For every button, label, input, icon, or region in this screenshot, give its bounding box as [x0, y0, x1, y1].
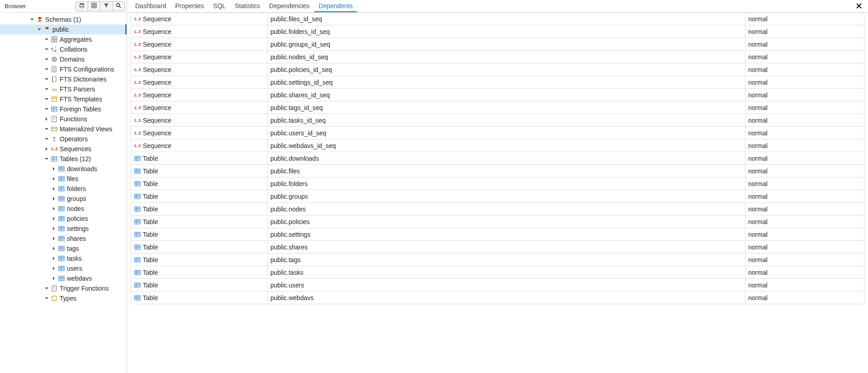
- tree-item[interactable]: settings: [0, 224, 127, 234]
- view-data-button[interactable]: [88, 1, 100, 11]
- table-row[interactable]: 1..3Sequencepublic.tasks_id_seqnormal: [131, 114, 864, 127]
- query-tool-button[interactable]: [75, 1, 88, 11]
- tree-item[interactable]: Materialized Views: [0, 124, 127, 134]
- chevron-down-icon[interactable]: [43, 126, 50, 132]
- table-row[interactable]: Tablepublic.sharesnormal: [131, 241, 864, 253]
- tree-item[interactable]: FTS Templates: [0, 94, 127, 104]
- tree-item[interactable]: Trigger Functions: [0, 283, 127, 293]
- name-label: public.downloads: [270, 155, 319, 162]
- dependents-grid[interactable]: 1..3Sequencepublic.files_id_seqnormal1..…: [127, 13, 868, 373]
- tree-item[interactable]: tags: [0, 244, 127, 253]
- chevron-down-icon[interactable]: [43, 106, 50, 112]
- tab-dashboard[interactable]: Dashboard: [131, 0, 171, 12]
- chevron-right-icon[interactable]: [51, 196, 57, 202]
- tree-item[interactable]: 1..3Sequences: [0, 144, 127, 154]
- table-row[interactable]: Tablepublic.nodesnormal: [131, 203, 864, 215]
- tree-item[interactable]: AaFTS Parsers: [0, 84, 127, 94]
- chevron-down-icon[interactable]: [43, 86, 50, 92]
- chevron-down-icon[interactable]: [43, 36, 50, 43]
- cell-restriction: normal: [745, 139, 864, 152]
- table-row[interactable]: Tablepublic.tasksnormal: [131, 266, 864, 279]
- tree-item[interactable]: folders: [0, 184, 127, 194]
- tab-sql[interactable]: SQL: [208, 0, 230, 12]
- table-row[interactable]: Tablepublic.filesnormal: [131, 165, 864, 177]
- chevron-right-icon[interactable]: [51, 206, 57, 212]
- chevron-down-icon[interactable]: [43, 76, 50, 82]
- table-row[interactable]: Tablepublic.usersnormal: [131, 279, 864, 292]
- tab-dependents[interactable]: Dependents: [314, 0, 358, 12]
- tree-item[interactable]: files: [0, 174, 127, 184]
- tree-item[interactable]: users: [0, 263, 127, 273]
- table-row[interactable]: Tablepublic.policiesnormal: [131, 215, 864, 228]
- chevron-right-icon[interactable]: [51, 255, 57, 262]
- table-icon: [58, 165, 65, 172]
- chevron-right-icon[interactable]: [51, 186, 57, 192]
- table-row[interactable]: Tablepublic.downloadsnormal: [131, 152, 864, 165]
- filter-button[interactable]: [100, 1, 113, 11]
- tab-dependencies[interactable]: Dependencies: [264, 0, 314, 12]
- chevron-right-icon[interactable]: [51, 176, 57, 182]
- tab-properties[interactable]: Properties: [171, 0, 209, 12]
- chevron-right-icon[interactable]: [51, 265, 57, 272]
- chevron-down-icon[interactable]: [43, 46, 50, 53]
- chevron-right-icon[interactable]: [51, 245, 57, 252]
- table-row[interactable]: 1..3Sequencepublic.settings_id_seqnormal: [131, 76, 864, 89]
- chevron-right-icon[interactable]: [51, 225, 57, 232]
- tree-item[interactable]: ABCollations: [0, 44, 127, 54]
- aggregates-icon: [51, 36, 58, 43]
- tree-item[interactable]: downloads: [0, 164, 127, 174]
- tree-item[interactable]: Aggregates: [0, 34, 127, 44]
- chevron-down-icon[interactable]: [43, 66, 50, 72]
- tree-item[interactable]: tasks: [0, 253, 127, 263]
- tree-item[interactable]: nodes: [0, 204, 127, 214]
- tree-item[interactable]: Schemas (1): [0, 14, 127, 24]
- chevron-down-icon[interactable]: [36, 26, 42, 33]
- tree-item[interactable]: FTS Dictionaries: [0, 74, 127, 84]
- tree-item[interactable]: policies: [0, 214, 127, 224]
- tree-item[interactable]: FTS Configurations: [0, 64, 127, 74]
- tree-item[interactable]: shares: [0, 234, 127, 244]
- chevron-down-icon[interactable]: [43, 56, 50, 62]
- table-row[interactable]: Tablepublic.groupsnormal: [131, 190, 864, 203]
- table-row[interactable]: 1..3Sequencepublic.policies_id_seqnormal: [131, 63, 864, 76]
- table-row[interactable]: Tablepublic.webdavsnormal: [131, 292, 864, 304]
- chevron-down-icon[interactable]: [43, 285, 50, 292]
- tree-item[interactable]: public: [0, 24, 127, 34]
- tab-statistics[interactable]: Statistics: [230, 0, 264, 12]
- table-icon: [134, 206, 141, 213]
- chevron-right-icon[interactable]: [51, 166, 57, 172]
- table-row[interactable]: Tablepublic.foldersnormal: [131, 177, 864, 190]
- table-row[interactable]: 1..3Sequencepublic.webdavs_id_seqnormal: [131, 139, 864, 152]
- table-row[interactable]: 1..3Sequencepublic.nodes_id_seqnormal: [131, 51, 864, 63]
- chevron-right-icon[interactable]: [51, 215, 57, 222]
- table-row[interactable]: 1..3Sequencepublic.groups_id_seqnormal: [131, 38, 864, 51]
- tree-item[interactable]: Domains: [0, 54, 127, 64]
- tree-item[interactable]: Operators: [0, 134, 127, 144]
- tree-item[interactable]: webdavs: [0, 273, 127, 283]
- close-panel-button[interactable]: [854, 2, 863, 11]
- chevron-right-icon[interactable]: [51, 275, 57, 282]
- search-button[interactable]: [112, 1, 125, 11]
- object-tree[interactable]: Schemas (1)publicAggregatesABCollationsD…: [0, 13, 127, 373]
- table-row[interactable]: 1..3Sequencepublic.files_id_seqnormal: [131, 13, 864, 25]
- chevron-down-icon[interactable]: [43, 156, 50, 162]
- table-row[interactable]: 1..3Sequencepublic.users_id_seqnormal: [131, 127, 864, 139]
- table-row[interactable]: 1..3Sequencepublic.shares_id_seqnormal: [131, 89, 864, 101]
- chevron-down-icon[interactable]: [43, 136, 50, 142]
- chevron-right-icon[interactable]: [51, 235, 57, 242]
- table-row[interactable]: 1..3Sequencepublic.folders_id_seqnormal: [131, 25, 864, 38]
- chevron-down-icon[interactable]: [29, 16, 35, 23]
- table-row[interactable]: Tablepublic.settingsnormal: [131, 228, 864, 241]
- tree-item[interactable]: groups: [0, 194, 127, 204]
- table-row[interactable]: Tablepublic.tagsnormal: [131, 253, 864, 266]
- chevron-right-icon[interactable]: [43, 116, 50, 122]
- table-row[interactable]: 1..3Sequencepublic.tags_id_seqnormal: [131, 101, 864, 114]
- chevron-down-icon[interactable]: [43, 295, 50, 301]
- tree-item[interactable]: Foreign Tables: [0, 104, 127, 114]
- tree-item[interactable]: Functions: [0, 114, 127, 124]
- tree-item[interactable]: Types: [0, 293, 127, 303]
- tree-item[interactable]: Tables (12): [0, 154, 127, 164]
- chevron-down-icon[interactable]: [43, 96, 50, 102]
- svg-rect-47: [59, 186, 64, 191]
- chevron-right-icon[interactable]: [43, 146, 50, 152]
